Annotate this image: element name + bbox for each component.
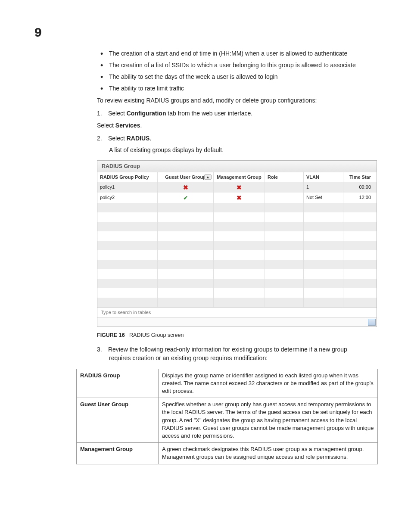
step-3: 3. Review the following read-only inform… (97, 345, 377, 354)
x-icon: ✖ (237, 194, 242, 201)
col-header-guest-label: Guest User Group (165, 174, 206, 180)
cell-time: 09:00 (343, 182, 374, 193)
cell-guest: ✖ (158, 182, 214, 193)
col-header-vlan[interactable]: VLAN (304, 172, 343, 182)
feature-bullets: The creation of a start and end of time … (97, 50, 377, 93)
intro-paragraph: To review existing RADIUS groups and add… (97, 96, 377, 105)
bullet-item: The creation of a list of SSIDs to which… (97, 61, 377, 69)
bullet-item: The ability to set the days of the week … (97, 73, 377, 81)
bullet-item: The creation of a start and end of time … (97, 50, 377, 58)
step-2-note: A list of existing groups displays by de… (109, 146, 377, 154)
cell-vlan: Not Set (304, 193, 343, 203)
panel-title: RADIUS Group (97, 161, 377, 172)
definition-row: RADIUS Group Displays the group name or … (77, 369, 378, 398)
radius-group-panel: RADIUS Group RADIUS Group Policy Guest U… (97, 160, 377, 327)
step-number: 2. (97, 134, 106, 143)
step-text: Select (108, 110, 127, 117)
definition-desc: A green checkmark designates this RADIUS… (159, 443, 378, 464)
definition-term: Management Group (77, 443, 159, 464)
table-row (97, 279, 377, 288)
table-header-row: RADIUS Group Policy Guest User Group ▲ M… (97, 172, 377, 182)
step-number: 3. (97, 345, 106, 354)
check-icon: ✔ (183, 194, 188, 201)
col-header-policy[interactable]: RADIUS Group Policy (97, 172, 158, 182)
table-row (97, 288, 377, 298)
table-search-bar (97, 307, 377, 317)
col-header-mgmt[interactable]: Management Group (214, 172, 265, 182)
cell-mgmt: ✖ (214, 182, 265, 193)
definition-row: Guest User Group Specifies whether a use… (77, 398, 378, 443)
cell-role (265, 193, 304, 203)
definition-desc: Displays the group name or identifier as… (159, 369, 378, 398)
definition-desc: Specifies whether a user group only has … (159, 398, 378, 443)
x-icon: ✖ (237, 184, 242, 191)
table-search-input[interactable] (101, 310, 213, 315)
definition-term: Guest User Group (77, 398, 159, 443)
table-row (97, 203, 377, 212)
table-row (97, 260, 377, 269)
table-row[interactable]: policy1 ✖ ✖ 1 09:00 (97, 182, 377, 193)
step-text: tab from the web user interface. (166, 110, 252, 117)
radius-group-figure: RADIUS Group RADIUS Group Policy Guest U… (97, 160, 377, 338)
step-text: . (140, 122, 142, 129)
table-row (97, 212, 377, 222)
table-row (97, 298, 377, 307)
step-2: 2. Select RADIUS. (97, 134, 377, 143)
chapter-number: 9 (34, 25, 42, 40)
footer-action-button[interactable] (368, 319, 376, 326)
table-row[interactable]: policy2 ✔ ✖ Not Set 12:00 (97, 193, 377, 203)
step-3-continued: requires creation or an existing group r… (109, 354, 377, 362)
cell-time: 12:00 (343, 193, 374, 203)
select-services: Select Services. (97, 121, 377, 130)
step-text: Select (108, 135, 127, 142)
col-header-role[interactable]: Role (265, 172, 304, 182)
figure-label: FIGURE 16 (97, 332, 125, 338)
table-row (97, 269, 377, 279)
step-bold: Services (115, 122, 140, 129)
step-text: Select (97, 122, 115, 129)
step-text: Review the following read-only informati… (108, 346, 347, 353)
cell-vlan: 1 (304, 182, 343, 193)
table-row (97, 222, 377, 231)
definition-row: Management Group A green checkmark desig… (77, 443, 378, 464)
step-bold: RADIUS (127, 135, 150, 142)
col-header-time[interactable]: Time Star (343, 172, 374, 182)
panel-footer (97, 317, 377, 327)
step-text: . (149, 135, 151, 142)
table-row (97, 241, 377, 250)
bullet-item: The ability to rate limit traffic (97, 84, 377, 93)
table-row (97, 250, 377, 260)
cell-mgmt: ✖ (214, 193, 265, 203)
x-icon: ✖ (183, 184, 188, 191)
cell-policy: policy1 (97, 182, 158, 193)
definition-term: RADIUS Group (77, 369, 159, 398)
step-1: 1. Select Configuration tab from the web… (97, 109, 377, 118)
col-header-guest[interactable]: Guest User Group ▲ (158, 172, 214, 182)
figure-caption: FIGURE 16 RADIUS Group screen (97, 332, 377, 338)
cell-guest: ✔ (158, 193, 214, 203)
step-bold: Configuration (127, 110, 166, 117)
table-body: policy1 ✖ ✖ 1 09:00 policy2 ✔ ✖ Not Set … (97, 182, 377, 307)
sort-indicator-icon[interactable]: ▲ (204, 174, 212, 180)
cell-policy: policy2 (97, 193, 158, 203)
table-row (97, 231, 377, 241)
definitions-table: RADIUS Group Displays the group name or … (76, 369, 378, 464)
figure-caption-text: RADIUS Group screen (129, 332, 184, 338)
cell-role (265, 182, 304, 193)
step-number: 1. (97, 109, 106, 118)
